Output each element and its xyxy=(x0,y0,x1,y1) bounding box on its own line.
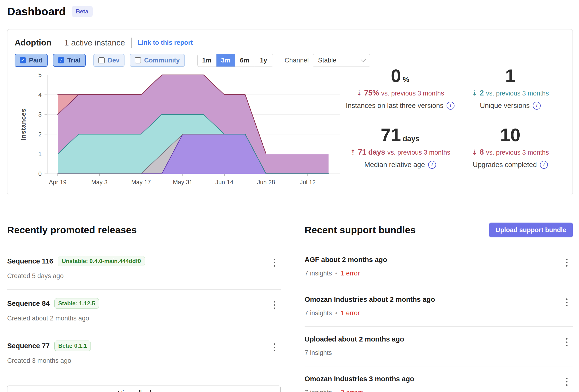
stat-label: Upgrades completedi xyxy=(455,161,565,169)
svg-text:3: 3 xyxy=(38,111,42,118)
releases-heading: Recently promoted releases xyxy=(7,225,137,236)
svg-text:Apr 19: Apr 19 xyxy=(49,179,67,186)
filter-toggle-trial[interactable]: ✓Trial xyxy=(53,54,86,67)
support-bundle-row[interactable]: Omozan Industries 3 months ago7 insights… xyxy=(305,366,573,392)
range-option-6m[interactable]: 6m xyxy=(235,54,254,66)
support-bundle-row[interactable]: Omozan Industries about 2 months ago7 in… xyxy=(305,287,573,327)
support-bundle-row[interactable]: Uploaded about 2 months ago7 insights xyxy=(305,327,573,366)
bundle-title-line: Omozan Industries 3 months ago xyxy=(305,375,573,383)
kebab-menu-icon[interactable] xyxy=(563,337,571,347)
support-bundle-row[interactable]: AGF about 2 months ago7 insights•1 error xyxy=(305,247,573,287)
bundle-errors: 1 error xyxy=(341,309,360,317)
stat-block-2: 71days⇡71 daysvs. previous 3 monthsMedia… xyxy=(345,126,455,169)
stat-block-3: 10⇣8vs. previous 3 monthsUpgrades comple… xyxy=(455,126,565,169)
range-option-3m[interactable]: 3m xyxy=(216,54,235,66)
kebab-menu-icon[interactable] xyxy=(563,258,571,267)
stat-delta-caption: vs. previous 3 months xyxy=(486,90,549,97)
bundle-title: AGF about 2 months ago xyxy=(305,256,387,264)
release-title: Sequence 116 xyxy=(7,257,53,265)
adoption-area-chart[interactable]: 012345Apr 19May 3May 17May 31Jun 14Jun 2… xyxy=(15,70,345,187)
stat-value: 71days xyxy=(345,126,455,144)
view-all-releases-button[interactable]: View all releases xyxy=(7,386,281,392)
svg-text:5: 5 xyxy=(38,71,42,78)
release-created: Created about 2 months ago xyxy=(7,315,281,322)
stat-delta-caption: vs. previous 3 months xyxy=(486,149,549,156)
range-option-1y[interactable]: 1y xyxy=(254,54,273,66)
support-bundles-list: AGF about 2 months ago7 insights•1 error… xyxy=(305,247,573,392)
info-icon[interactable]: i xyxy=(428,161,436,169)
bundle-title-line: Omozan Industries about 2 months ago xyxy=(305,296,573,303)
filter-toggle-paid[interactable]: ✓Paid xyxy=(15,54,48,67)
release-title-line: Sequence 77Beta: 0.1.1 xyxy=(7,340,281,351)
info-icon[interactable]: i xyxy=(540,161,548,169)
info-icon[interactable]: i xyxy=(533,102,541,110)
kebab-menu-icon[interactable] xyxy=(563,377,571,387)
meta-dot: • xyxy=(335,310,337,317)
stat-label: Unique versionsi xyxy=(455,102,565,110)
adoption-heading: Adoption xyxy=(15,38,52,47)
svg-text:4: 4 xyxy=(38,91,42,98)
link-to-report[interactable]: Link to this report xyxy=(138,39,193,46)
svg-text:1: 1 xyxy=(38,150,42,157)
kebab-menu-icon[interactable] xyxy=(271,342,279,352)
bundle-meta: 7 insights•1 error xyxy=(305,309,573,317)
bundle-meta: 7 insights•2 errors xyxy=(305,389,573,392)
release-version-badge: Unstable: 0.4.0-main.444ddf0 xyxy=(58,256,145,266)
stat-label-text: Upgrades completed xyxy=(473,161,537,169)
support-bundles-section: Recent support bundles Upload support bu… xyxy=(305,222,573,392)
stat-label: Median relative agei xyxy=(345,161,455,169)
kebab-menu-icon[interactable] xyxy=(271,258,279,267)
beta-badge: Beta xyxy=(72,6,93,17)
bundle-title: Omozan Industries 3 months ago xyxy=(305,375,414,383)
info-icon[interactable]: i xyxy=(446,102,454,110)
stat-value: 1 xyxy=(455,67,565,85)
svg-text:May 31: May 31 xyxy=(173,179,193,186)
bundle-errors: 2 errors xyxy=(341,389,363,392)
arrow-down-icon: ⇣ xyxy=(356,89,362,97)
release-version-badge: Beta: 0.1.1 xyxy=(54,340,91,351)
kebab-menu-icon[interactable] xyxy=(271,300,279,310)
chart-and-stats: 012345Apr 19May 3May 17May 31Jun 14Jun 2… xyxy=(15,67,565,187)
page-header: Dashboard Beta xyxy=(7,4,573,19)
time-range-control: 1m3m6m1y xyxy=(197,54,273,67)
stat-block-1: 1⇣2vs. previous 3 monthsUnique versionsi xyxy=(455,67,565,110)
arrow-down-icon: ⇣ xyxy=(472,148,477,156)
stat-delta-caption: vs. previous 3 months xyxy=(381,90,444,97)
bundle-title: Uploaded about 2 months ago xyxy=(305,335,404,343)
bundle-insights: 7 insights xyxy=(305,389,332,392)
divider xyxy=(131,38,132,48)
stat-value-suffix: % xyxy=(403,75,410,84)
adoption-card: Adoption 1 active instance Link to this … xyxy=(7,29,573,195)
filter-toggle-community[interactable]: Community xyxy=(130,54,185,67)
range-option-1m[interactable]: 1m xyxy=(198,54,216,66)
bundle-insights: 7 insights xyxy=(305,349,332,357)
filter-label: Paid xyxy=(29,57,43,64)
support-bundles-heading: Recent support bundles xyxy=(305,225,416,236)
divider xyxy=(58,38,58,48)
channel-select[interactable]: Stable xyxy=(313,54,370,67)
adoption-title-row: Adoption 1 active instance Link to this … xyxy=(15,38,565,48)
channel-select-value: Stable xyxy=(318,57,336,64)
releases-list: Sequence 116Unstable: 0.4.0-main.444ddf0… xyxy=(7,247,281,374)
meta-dot: • xyxy=(335,389,337,392)
active-instance-count: 1 active instance xyxy=(65,38,125,47)
upload-support-bundle-button[interactable]: Upload support bundle xyxy=(489,223,573,237)
arrow-down-icon: ⇣ xyxy=(472,89,477,97)
release-row[interactable]: Sequence 116Unstable: 0.4.0-main.444ddf0… xyxy=(7,247,281,289)
release-created: Created 3 months ago xyxy=(7,357,281,364)
release-row[interactable]: Sequence 77Beta: 0.1.1Created 3 months a… xyxy=(7,332,281,374)
checkbox-unchecked-icon xyxy=(135,57,141,64)
bundle-meta: 7 insights xyxy=(305,349,573,357)
release-row[interactable]: Sequence 84Stable: 1.12.5Created about 2… xyxy=(7,289,281,332)
release-version-badge: Stable: 1.12.5 xyxy=(54,298,99,309)
meta-dot: • xyxy=(335,270,337,277)
filter-label: Trial xyxy=(67,57,81,64)
stat-delta: ⇣75%vs. previous 3 months xyxy=(345,89,455,97)
dashboard-page: Dashboard Beta Adoption 1 active instanc… xyxy=(0,0,579,392)
bundle-title: Omozan Industries about 2 months ago xyxy=(305,296,435,303)
svg-text:Instances: Instances xyxy=(20,108,27,140)
svg-text:May 17: May 17 xyxy=(131,179,151,186)
kebab-menu-icon[interactable] xyxy=(563,297,571,307)
filter-toggle-dev[interactable]: Dev xyxy=(93,54,125,67)
stat-label-text: Median relative age xyxy=(364,161,425,169)
